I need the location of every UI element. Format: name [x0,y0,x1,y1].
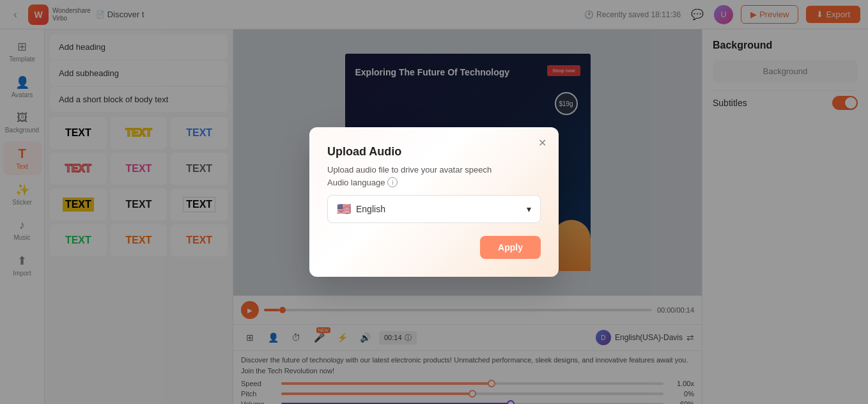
modal-description: Upload audio file to drive your avatar s… [327,165,541,175]
language-value: English [356,204,385,214]
apply-button[interactable]: Apply [480,236,541,259]
modal-overlay[interactable]: ✕ Upload Audio Upload audio file to driv… [0,0,868,404]
chevron-down-icon: ▾ [527,204,531,214]
modal-close-button[interactable]: ✕ [534,135,550,150]
flag-icon: 🇺🇸 [337,202,351,216]
upload-audio-modal: ✕ Upload Audio Upload audio file to driv… [309,127,559,277]
modal-language-label: Audio language i [327,177,541,187]
language-select[interactable]: 🇺🇸 English ▾ [327,195,541,223]
info-icon: i [387,177,398,187]
lang-select-left: 🇺🇸 English [337,202,385,216]
modal-title: Upload Audio [327,145,541,159]
